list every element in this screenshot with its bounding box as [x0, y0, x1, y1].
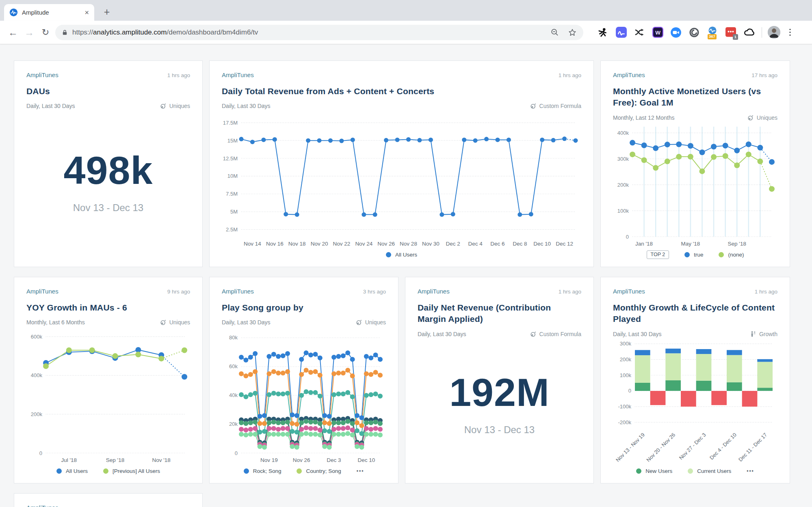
card-metric-type[interactable]: Uniques [160, 319, 190, 326]
svg-text:Nov 20: Nov 20 [311, 241, 328, 247]
growth-icon [750, 331, 756, 337]
card-source-link[interactable]: AmpliTunes [418, 288, 450, 295]
svg-text:Sep '18: Sep '18 [106, 457, 124, 463]
big-number-block: 498kNov 13 - Dec 13 [26, 104, 190, 260]
spiral-extension-icon[interactable] [688, 26, 700, 39]
new-tab-button[interactable]: + [101, 6, 113, 18]
card-title: YOY Growth in MAUs - 6 [26, 302, 190, 313]
svg-text:Dec 4: Dec 4 [468, 241, 483, 247]
svg-text:200k: 200k [620, 356, 632, 362]
card-updated-time: 3 hrs ago [363, 289, 386, 295]
svg-text:10M: 10M [227, 173, 238, 179]
browser-tab-strip: Amplitude × + [0, 0, 812, 21]
amplitude-badge-extension-icon[interactable]: 367 [706, 26, 719, 39]
legend-item[interactable]: All Users [56, 468, 88, 474]
card-header: AmpliTunes9 hrs ago [26, 288, 190, 295]
card-header: AmpliTunes1 hrs ago [222, 71, 581, 78]
legend-label: New Users [645, 468, 672, 474]
uniques-icon [356, 319, 362, 326]
legend-item[interactable]: [Previous] All Users [103, 468, 160, 474]
profile-avatar[interactable] [768, 26, 780, 39]
legend-dot [103, 468, 108, 474]
url-bar[interactable]: https://analytics.amplitude.com/demo/das… [55, 25, 583, 40]
svg-text:80k: 80k [229, 335, 238, 341]
legend-dot [56, 468, 62, 474]
browser-menu-icon[interactable] [785, 29, 795, 36]
bookmark-star-icon[interactable] [568, 28, 577, 37]
dashboard: AmpliTunes1 hrs agoDAUsDaily, Last 30 Da… [0, 44, 812, 507]
legend-item[interactable]: Rock; Song [244, 468, 281, 474]
line-chart[interactable]: 0200k400k600kJul '18Sep '18Nov '18 [26, 326, 190, 465]
card-metric-type[interactable]: Growth [750, 331, 777, 337]
line-chart[interactable]: 0100k200k300k400kJan '18May '18Sep '18 [613, 122, 777, 249]
legend-item[interactable]: Country; Song [297, 468, 341, 474]
svg-text:17.5M: 17.5M [223, 120, 238, 126]
legend-more-icon[interactable]: ••• [357, 468, 364, 474]
card-meta-row: Daily, Last 30 DaysGrowth [613, 331, 777, 337]
legend-label: true [694, 252, 703, 258]
w-extension-icon[interactable]: W [652, 26, 664, 39]
card-source-link[interactable]: AmpliTunes [222, 71, 254, 78]
svg-text:Dec 12: Dec 12 [556, 241, 573, 247]
password-manager-extension-icon[interactable]: 1 [725, 26, 737, 39]
dashboard-grid: AmpliTunes1 hrs agoDAUsDaily, Last 30 Da… [14, 60, 812, 507]
svg-text:Nov 19: Nov 19 [260, 457, 278, 463]
legend-item[interactable]: New Users [636, 468, 672, 474]
legend-label: Country; Song [306, 468, 341, 474]
shuffle-extension-icon[interactable] [633, 26, 645, 39]
svg-text:Nov 28: Nov 28 [400, 241, 417, 247]
line-chart[interactable]: 020k40k60k80kNov 19Nov 26Dec 3Dec 10 [222, 326, 386, 465]
legend-item[interactable]: Current Users [688, 468, 731, 474]
card-source-link[interactable]: AmpliTunes [26, 504, 58, 507]
legend-item[interactable]: All Users [386, 252, 417, 258]
legend-item[interactable]: (none) [719, 252, 744, 258]
ninja-extension-icon[interactable] [597, 26, 609, 39]
card-daily-net-revenue: AmpliTunes1 hrs agoDaily Net Revenue (Co… [405, 277, 594, 483]
svg-text:Nov 20 - Nov 26: Nov 20 - Nov 26 [645, 431, 676, 463]
legend-more-icon[interactable]: ••• [747, 468, 754, 474]
tab-close-icon[interactable]: × [84, 9, 89, 16]
card-source-link[interactable]: AmpliTunes [613, 71, 645, 78]
card-metric-label: Custom Formula [539, 103, 581, 109]
card-metric-type[interactable]: Uniques [356, 319, 386, 326]
cloud-extension-icon[interactable] [743, 26, 755, 39]
svg-text:200k: 200k [617, 181, 629, 188]
zoom-out-icon[interactable] [550, 28, 559, 37]
big-number-value: 498k [64, 151, 153, 190]
card-metric-type[interactable]: Custom Formula [530, 103, 581, 109]
legend-dot [688, 468, 693, 474]
card-metric-type[interactable]: Uniques [747, 114, 777, 121]
legend-dot [719, 252, 724, 257]
extension-badge-367: 367 [708, 34, 717, 39]
svg-text:W: W [655, 30, 660, 36]
amplitude-extension-icon[interactable] [615, 26, 627, 39]
card-source-link[interactable]: AmpliTunes [26, 71, 58, 78]
video-call-extension-icon[interactable] [670, 26, 682, 39]
legend-chip: TOP 2 [647, 250, 669, 259]
amplitude-favicon [9, 8, 18, 17]
legend-dot [636, 468, 641, 474]
card-source-link[interactable]: AmpliTunes [613, 288, 645, 295]
svg-text:2.5M: 2.5M [226, 227, 238, 233]
legend-item[interactable]: true [684, 252, 703, 258]
line-chart[interactable]: 2.5M5M7.5M10M12.5M15M17.5MNov 14Nov 16No… [222, 110, 581, 249]
svg-text:Nov 30: Nov 30 [422, 241, 440, 247]
card-title: Play Song group by [222, 302, 386, 313]
back-icon[interactable]: ← [5, 24, 21, 41]
svg-text:40k: 40k [229, 393, 238, 399]
svg-text:Dec 4 - Dec 10: Dec 4 - Dec 10 [708, 431, 738, 461]
forward-icon[interactable]: → [21, 24, 37, 41]
card-daily-total-revenue: AmpliTunes1 hrs agoDaily Total Revenue f… [209, 60, 594, 267]
growth-chart[interactable]: -200k-100k0100k200k300kNov 13 - Nov 19No… [613, 338, 777, 465]
card-source-link[interactable]: AmpliTunes [222, 288, 254, 295]
card-play-song-group-by: AmpliTunes3 hrs agoPlay Song group byDai… [209, 277, 398, 483]
svg-text:7.5M: 7.5M [226, 191, 238, 197]
browser-tab[interactable]: Amplitude × [4, 4, 94, 21]
card-monthly-growth-lifecycle: AmpliTunes1 hrs agoMonthly Growth & Life… [600, 277, 790, 483]
card-updated-time: 1 hrs ago [559, 72, 581, 78]
svg-text:600k: 600k [31, 334, 43, 340]
refresh-icon[interactable]: ↻ [37, 24, 54, 41]
card-source-link[interactable]: AmpliTunes [26, 288, 58, 295]
uniques-icon [747, 114, 754, 121]
card-meta-row: Daily, Last 30 DaysCustom Formula [222, 103, 581, 109]
